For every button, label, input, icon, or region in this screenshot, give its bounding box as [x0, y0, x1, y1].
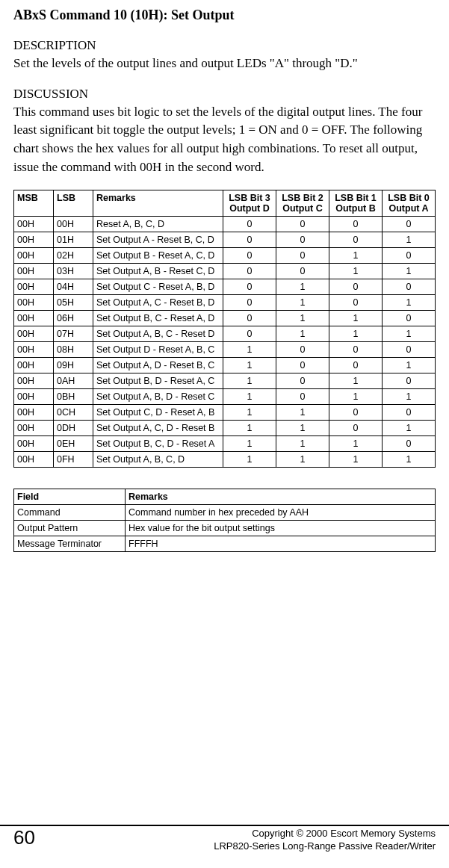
cell-msb: 00H	[14, 232, 54, 248]
cell-bit0: 0	[383, 342, 436, 358]
description-text: Set the levels of the output lines and o…	[13, 55, 436, 73]
col-bit0-line1: LSB Bit 0	[388, 193, 430, 203]
col-bit3-line1: LSB Bit 3	[229, 193, 270, 203]
footer-product: LRP820-Series Long-Range Passive Reader/…	[214, 840, 436, 852]
cell-bit3: 1	[223, 405, 276, 421]
table-row: 00H08HSet Output D - Reset A, B, C1000	[14, 342, 436, 358]
cell-remarks: Set Output A - Reset B, C, D	[93, 232, 223, 248]
cell-remarks: Set Output C, D - Reset A, B	[93, 405, 223, 421]
cell-bit1: 1	[329, 389, 383, 405]
cell-bit2: 1	[276, 279, 329, 295]
table-header-row: Field Remarks	[14, 489, 436, 505]
cell-lsb: 00H	[54, 217, 93, 232]
page-footer: 60 Copyright © 2000 Escort Memory System…	[0, 825, 449, 853]
cell-remarks: Set Output C - Reset A, B, D	[93, 279, 223, 295]
cell-bit3: 0	[223, 311, 276, 326]
cell-bit0: 0	[383, 373, 436, 389]
cell-bit1: 0	[329, 295, 383, 311]
cell-bit3: 1	[223, 389, 276, 405]
cell-msb: 00H	[14, 373, 54, 389]
cell-bit2: 0	[276, 232, 329, 248]
discussion-heading: DISCUSSION	[13, 87, 436, 102]
table-row: 00H0DHSet Output A, C, D - Reset B1101	[14, 421, 436, 436]
cell-remarks: Set Output B, C, D - Reset A	[93, 436, 223, 452]
col-field: Field	[14, 489, 126, 505]
col-bit2-line2: Output C	[282, 203, 322, 214]
footer-copyright: Copyright © 2000 Escort Memory Systems	[252, 828, 436, 839]
cell-bit1: 1	[329, 373, 383, 389]
cell-lsb: 03H	[54, 264, 93, 279]
cell-field: Output Pattern	[14, 521, 126, 536]
table-row: 00H05HSet Output A, C - Reset B, D0101	[14, 295, 436, 311]
cell-bit0: 0	[383, 405, 436, 421]
cell-bit3: 1	[223, 421, 276, 436]
cell-bit2: 1	[276, 436, 329, 452]
table-row: 00H07HSet Output A, B, C - Reset D0111	[14, 326, 436, 342]
cell-bit0: 1	[383, 358, 436, 373]
cell-lsb: 0BH	[54, 389, 93, 405]
cell-lsb: 08H	[54, 342, 93, 358]
cell-lsb: 06H	[54, 311, 93, 326]
cell-msb: 00H	[14, 295, 54, 311]
cell-bit1: 1	[329, 311, 383, 326]
table-row: 00H09HSet Output A, D - Reset B, C1001	[14, 358, 436, 373]
cell-bit3: 0	[223, 326, 276, 342]
cell-bit3: 0	[223, 295, 276, 311]
cell-bit0: 0	[383, 217, 436, 232]
cell-bit1: 0	[329, 358, 383, 373]
col-msb: MSB	[14, 190, 54, 217]
cell-lsb: 0AH	[54, 373, 93, 389]
table-row: CommandCommand number in hex preceded by…	[14, 505, 436, 521]
table-row: Output PatternHex value for the bit outp…	[14, 521, 436, 536]
cell-msb: 00H	[14, 436, 54, 452]
cell-bit0: 0	[383, 311, 436, 326]
cell-bit0: 1	[383, 232, 436, 248]
cell-bit1: 1	[329, 264, 383, 279]
cell-bit1: 1	[329, 248, 383, 264]
cell-bit2: 0	[276, 342, 329, 358]
col-bit1: LSB Bit 1 Output B	[329, 190, 383, 217]
cell-bit1: 0	[329, 279, 383, 295]
cell-bit1: 1	[329, 452, 383, 468]
cell-remarks: Set Output D - Reset A, B, C	[93, 342, 223, 358]
cell-lsb: 0DH	[54, 421, 93, 436]
cell-bit3: 0	[223, 248, 276, 264]
cell-remarks: Set Output B, D - Reset A, C	[93, 373, 223, 389]
cell-lsb: 07H	[54, 326, 93, 342]
cell-bit2: 0	[276, 248, 329, 264]
cell-bit2: 1	[276, 452, 329, 468]
cell-bit0: 0	[383, 436, 436, 452]
cell-bit0: 1	[383, 421, 436, 436]
cell-msb: 00H	[14, 326, 54, 342]
cell-msb: 00H	[14, 279, 54, 295]
cell-bit0: 1	[383, 264, 436, 279]
cell-lsb: 0EH	[54, 436, 93, 452]
table-row: 00H02HSet Output B - Reset A, C, D0010	[14, 248, 436, 264]
table-row: 00H0FHSet Output A, B, C, D1111	[14, 452, 436, 468]
col-bit2-line1: LSB Bit 2	[282, 193, 323, 203]
cell-bit2: 1	[276, 326, 329, 342]
cell-msb: 00H	[14, 358, 54, 373]
cell-msb: 00H	[14, 342, 54, 358]
col-remarks: Remarks	[93, 190, 223, 217]
cell-bit1: 1	[329, 326, 383, 342]
cell-msb: 00H	[14, 405, 54, 421]
table-row: 00H0BHSet Output A, B, D - Reset C1011	[14, 389, 436, 405]
table-row: 00H0EHSet Output B, C, D - Reset A1110	[14, 436, 436, 452]
cell-lsb: 09H	[54, 358, 93, 373]
cell-bit2: 1	[276, 311, 329, 326]
cell-bit3: 0	[223, 232, 276, 248]
cell-remarks: Set Output A, B, C - Reset D	[93, 326, 223, 342]
document-page: ABxS Command 10 (10H): Set Output DESCRI…	[0, 0, 449, 868]
cell-bit0: 1	[383, 389, 436, 405]
cell-remarks: Reset A, B, C, D	[93, 217, 223, 232]
table-row: 00H0AHSet Output B, D - Reset A, C1010	[14, 373, 436, 389]
cell-bit1: 0	[329, 421, 383, 436]
cell-remarks: Hex value for the bit output settings	[126, 521, 436, 536]
cell-remarks: FFFFH	[126, 536, 436, 552]
cell-bit3: 0	[223, 217, 276, 232]
cell-lsb: 01H	[54, 232, 93, 248]
cell-bit1: 0	[329, 217, 383, 232]
page-title: ABxS Command 10 (10H): Set Output	[13, 7, 436, 23]
cell-lsb: 0FH	[54, 452, 93, 468]
